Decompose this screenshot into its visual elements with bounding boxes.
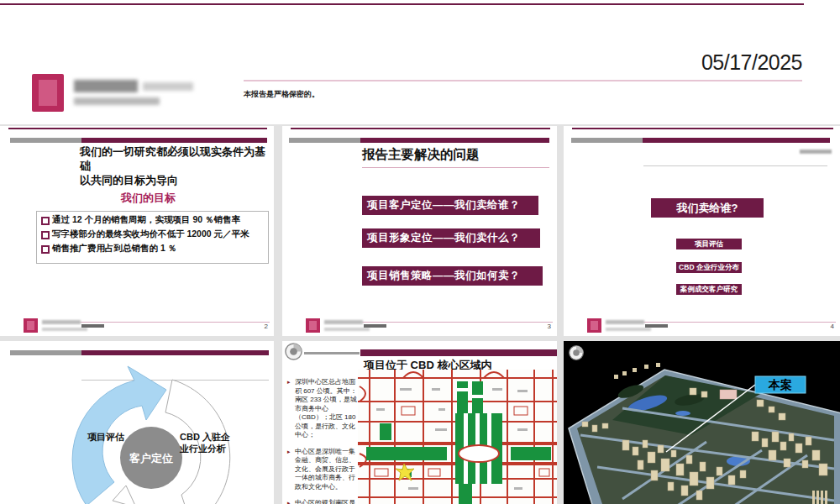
page-number: 4 — [831, 323, 834, 330]
model-pond — [675, 411, 690, 416]
slide-top-line — [572, 128, 833, 129]
square-bullet-icon — [41, 217, 50, 225]
slide-subtitle: 我们的目标 — [36, 191, 260, 206]
right-arc-label-line1: CBD 入驻企 — [180, 432, 230, 443]
cycle-diagram: 客户定位 项目评估 CBD 入驻企 业行业分析 — [0, 341, 274, 504]
list-item: 通过 12 个月的销售周期，实现项目 90 ％销售率 — [41, 214, 264, 228]
footer-logo-mark — [306, 318, 320, 333]
list-item: 中心区的规划南区是深圳市的中心商务区（CBD）。CBD 集中在南片区中央绿化带两… — [287, 499, 358, 504]
outline-arrowhead — [113, 486, 136, 504]
footer-logo-subtext-redacted — [324, 328, 370, 331]
slide-top-line — [291, 128, 550, 129]
confidentiality-note: 本报告是严格保密的。 — [244, 89, 319, 100]
header-bar-gray — [10, 138, 81, 143]
footer-rule — [80, 322, 270, 323]
footer-logo-subtext-redacted — [606, 328, 651, 331]
header-bar-gray — [571, 138, 643, 143]
slide-cbd-location[interactable]: 项目位于 CBD 核心区域内 深圳中心区总占地面积 607 公顷。其中：南区 2… — [282, 341, 557, 504]
callout-label: 本案 — [768, 378, 792, 391]
header-bar-maroon — [360, 138, 549, 143]
top-rule — [0, 3, 804, 5]
slide-title: 我们的一切研究都必须以现实条件为基础 以共同的目标为导向 — [80, 144, 269, 187]
question-box: 项目客户定位——我们卖给谁？ — [362, 196, 538, 215]
title-underline — [643, 165, 827, 166]
title-underline — [362, 167, 549, 168]
bullet-list: 深圳中心区总占地面积 607 公顷。其中：南区 233 公顷，是城市商务中心（C… — [287, 378, 358, 504]
square-bullet-icon — [41, 231, 50, 239]
question-box: 项目形象定位——我们卖什么？ — [362, 228, 540, 248]
left-arc-label: 项目评估 — [87, 432, 124, 442]
map-center-ellipse — [459, 445, 499, 462]
header-bar-gray — [304, 352, 360, 354]
slide-whom[interactable]: 我们卖给谁? 项目评估 CBD 企业行业分布 案例成交客户研究 4 — [564, 126, 840, 336]
slide-grid: 我们的一切研究都必须以现实条件为基础 以共同的目标为导向 我们的目标 通过 12… — [0, 124, 840, 504]
page-number: 2 — [265, 323, 268, 330]
footer-text-redacted — [81, 324, 104, 328]
list-item: 写字楼部分的最终实收均价不低于 12000 元／平米 — [41, 228, 264, 243]
model-landmark-pink — [720, 390, 737, 399]
company-logo-text-redacted — [143, 82, 193, 91]
company-logo-text-redacted — [74, 80, 138, 92]
slide-top-line — [8, 128, 267, 129]
city-model-render: 本案 — [564, 341, 840, 504]
footer-text-redacted — [645, 324, 668, 328]
goal-list-box: 通过 12 个月的销售周期，实现项目 90 ％销售率 写字楼部分的最终实收均价不… — [36, 211, 269, 264]
page-date: 05/17/2025 — [701, 50, 802, 75]
footer-rule — [643, 322, 836, 323]
company-logo-subtext-redacted — [74, 97, 160, 105]
sub-topic-box: CBD 企业行业分布 — [676, 262, 742, 273]
slide-subtitle-redacted — [800, 150, 832, 154]
center-circle-label: 客户定位 — [129, 452, 173, 465]
footer-text-redacted — [364, 324, 386, 328]
sub-topic-box: 案例成交客户研究 — [676, 284, 742, 295]
page-number: 3 — [548, 323, 551, 330]
header-bar-maroon — [643, 138, 830, 143]
list-item: 销售推广费用占到总销售的 1 ％ — [41, 243, 264, 257]
square-bullet-icon — [41, 245, 50, 254]
slide-model-photo[interactable]: 本案 — [564, 341, 840, 504]
company-logo-mark — [32, 74, 64, 112]
slide-goal[interactable]: 我们的一切研究都必须以现实条件为基础 以共同的目标为导向 我们的目标 通过 12… — [0, 126, 274, 336]
list-item: 中心区是深圳唯一集金融、商贸、信息、文化、会展及行政于一体的城市商务、行政和文化… — [287, 448, 358, 492]
list-item: 深圳中心区总占地面积 607 公顷。其中：南区 233 公顷，是城市商务中心（C… — [287, 378, 358, 440]
footer-rule — [362, 322, 553, 323]
sub-topic-box: 项目评估 — [676, 239, 742, 249]
cbd-street-map — [358, 370, 557, 504]
question-box: 项目销售策略——我们如何卖？ — [362, 266, 543, 286]
header-bar-maroon — [360, 349, 557, 356]
footer-logo-mark — [24, 318, 38, 333]
chapter-badge-icon — [284, 342, 303, 361]
header-bar-maroon — [81, 138, 267, 143]
footer-logo-mark — [587, 318, 601, 333]
footer-logo-text-redacted — [606, 320, 644, 324]
main-topic-box: 我们卖给谁? — [651, 198, 764, 218]
footer-logo-text-redacted — [324, 320, 363, 324]
handout-page: 05/17/2025 本报告是严格保密的。 我们的一切研究都必须以现实条件为基础… — [0, 0, 840, 504]
slide-positioning-diagram[interactable]: 客户定位 项目评估 CBD 入驻企 业行业分析 — [0, 341, 274, 504]
slide-title: 报告主要解决的问题 — [362, 146, 480, 164]
slide-questions[interactable]: 报告主要解决的问题 项目客户定位——我们卖给谁？ 项目形象定位——我们卖什么？ … — [282, 126, 557, 336]
chapter-badge-icon — [568, 344, 585, 361]
header-rule — [244, 80, 802, 81]
header-bar-gray — [289, 138, 360, 143]
footer-logo-subtext-redacted — [42, 328, 87, 331]
footer-logo-text-redacted — [42, 320, 81, 324]
right-arc-label-line2: 业行业分析 — [179, 444, 226, 454]
